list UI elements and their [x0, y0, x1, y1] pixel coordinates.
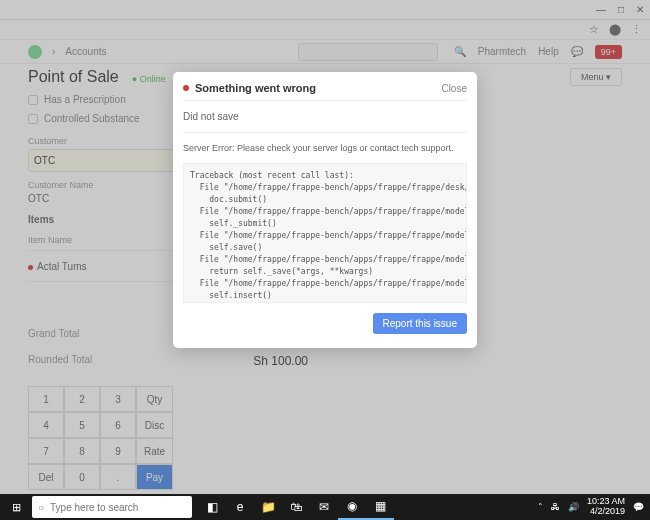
tray-chevron-icon[interactable]: ˄	[538, 502, 543, 512]
calculator-icon[interactable]: ▦	[366, 494, 394, 520]
modal-title: Something went wrong	[195, 82, 316, 94]
taskbar-search[interactable]: ○ Type here to search	[32, 496, 192, 518]
modal-overlay: Something went wrong Close Did not save …	[0, 0, 650, 520]
taskbar-search-placeholder: Type here to search	[50, 502, 138, 513]
system-tray: ˄ 🖧 🔊 10:23 AM 4/2/2019 💬	[538, 497, 650, 517]
taskview-icon[interactable]: ◧	[198, 494, 226, 520]
tray-volume-icon[interactable]: 🔊	[568, 502, 579, 512]
windows-taskbar: ⊞ ○ Type here to search ◧ e 📁 🛍 ✉ ◉ ▦ ˄ …	[0, 494, 650, 520]
edge-icon[interactable]: e	[226, 494, 254, 520]
clock[interactable]: 10:23 AM 4/2/2019	[587, 497, 625, 517]
modal-server-error: Server Error: Please check your server l…	[183, 133, 467, 163]
tray-network-icon[interactable]: 🖧	[551, 502, 560, 512]
mail-icon[interactable]: ✉	[310, 494, 338, 520]
traceback-box[interactable]: Traceback (most recent call last): File …	[183, 163, 467, 303]
report-issue-button[interactable]: Report this issue	[373, 313, 467, 334]
start-button[interactable]: ⊞	[0, 494, 32, 520]
cortana-icon: ○	[38, 502, 44, 513]
clock-date: 4/2/2019	[587, 507, 625, 517]
explorer-icon[interactable]: 📁	[254, 494, 282, 520]
modal-message: Did not save	[183, 101, 467, 133]
store-icon[interactable]: 🛍	[282, 494, 310, 520]
error-dot-icon	[183, 85, 189, 91]
action-center-icon[interactable]: 💬	[633, 502, 644, 512]
modal-close-button[interactable]: Close	[441, 83, 467, 94]
error-modal: Something went wrong Close Did not save …	[173, 72, 477, 348]
chrome-icon[interactable]: ◉	[338, 494, 366, 520]
